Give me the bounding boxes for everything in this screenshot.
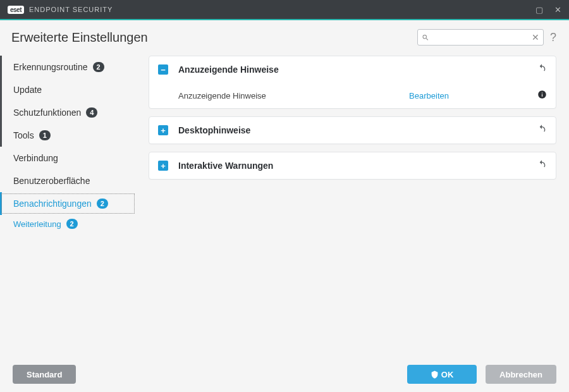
page-title: Erweiterte Einstellungen <box>11 30 148 45</box>
titlebar: eset ENDPOINT SECURITY ▢ ✕ <box>0 0 569 19</box>
maximize-icon[interactable]: ▢ <box>535 5 543 15</box>
close-icon[interactable]: ✕ <box>554 5 561 15</box>
logo-text: ENDPOINT SECURITY <box>29 6 113 13</box>
panel-row-display-hints: Anzuzeigende Hinweise Bearbeiten <box>149 83 556 108</box>
sidebar-item-notifications[interactable]: Benachrichtigungen 2 <box>0 192 136 215</box>
sidebar-item-label: Weiterleitung <box>13 219 61 229</box>
panel-display-hints: − Anzuzeigende Hinweise Anzuzeigende Hin… <box>149 56 556 109</box>
cancel-button[interactable]: Abbrechen <box>486 365 556 384</box>
sidebar-badge: 4 <box>86 107 97 118</box>
sidebar-subitem-forwarding[interactable]: Weiterleitung 2 <box>0 215 136 233</box>
sidebar-item-label: Tools <box>13 130 34 140</box>
sidebar-badge: 1 <box>39 130 51 140</box>
panel-desktop-hints: + Desktophinweise <box>149 116 556 144</box>
search-icon <box>422 34 429 42</box>
logo-badge: eset <box>8 6 24 14</box>
expand-icon[interactable]: + <box>158 161 168 171</box>
panel-header-display-hints[interactable]: − Anzuzeigende Hinweise <box>149 56 556 83</box>
sidebar-item-label: Update <box>13 85 42 95</box>
clear-search-icon[interactable]: ✕ <box>532 32 539 42</box>
content: − Anzuzeigende Hinweise Anzuzeigende Hin… <box>136 53 569 383</box>
panel-title: Interaktive Warnungen <box>178 161 273 171</box>
search-input[interactable] <box>429 33 532 42</box>
panel-interactive-warnings: + Interaktive Warnungen <box>149 152 556 180</box>
sidebar-badge: 2 <box>97 199 108 209</box>
search-box[interactable]: ✕ <box>417 29 544 46</box>
panel-header-interactive-warnings[interactable]: + Interaktive Warnungen <box>149 152 556 179</box>
sidebar: Erkennungsroutine 2 Update Schutzfunktio… <box>0 53 136 383</box>
sidebar-badge: 2 <box>66 219 78 229</box>
reset-icon[interactable] <box>537 124 547 137</box>
sidebar-item-ui[interactable]: Benutzeroberfläche <box>0 169 136 192</box>
reset-icon[interactable] <box>537 159 547 172</box>
sidebar-badge: 2 <box>93 62 104 72</box>
help-button[interactable]: ? <box>550 31 556 44</box>
edit-link[interactable]: Bearbeiten <box>409 91 449 101</box>
row-label: Anzuzeigende Hinweise <box>178 91 409 101</box>
ok-button[interactable]: OK <box>407 365 477 384</box>
sidebar-item-update[interactable]: Update <box>0 78 136 101</box>
panel-title: Desktophinweise <box>178 125 250 135</box>
sidebar-item-tools[interactable]: Tools 1 <box>0 124 136 147</box>
sidebar-item-label: Benachrichtigungen <box>13 199 92 209</box>
main: Erkennungsroutine 2 Update Schutzfunktio… <box>0 53 569 383</box>
sidebar-item-connection[interactable]: Verbindung <box>0 147 136 169</box>
sidebar-item-detection[interactable]: Erkennungsroutine 2 <box>0 56 136 78</box>
expand-icon[interactable]: + <box>158 125 168 135</box>
panel-title: Anzuzeigende Hinweise <box>178 64 279 75</box>
shield-icon <box>431 371 439 379</box>
default-button[interactable]: Standard <box>13 365 76 384</box>
sidebar-item-label: Verbindung <box>13 153 58 163</box>
sidebar-item-label: Benutzeroberfläche <box>13 176 90 186</box>
footer: Standard OK Abbrechen <box>0 357 569 392</box>
sidebar-item-label: Schutzfunktionen <box>13 107 81 118</box>
app-logo: eset ENDPOINT SECURITY <box>8 6 113 14</box>
sidebar-item-protection[interactable]: Schutzfunktionen 4 <box>0 101 136 124</box>
ok-button-label: OK <box>441 370 454 379</box>
sidebar-item-label: Erkennungsroutine <box>13 62 88 72</box>
search-wrap: ✕ ? <box>417 29 556 46</box>
info-icon[interactable] <box>537 90 547 101</box>
window-controls: ▢ ✕ <box>535 5 561 15</box>
collapse-icon[interactable]: − <box>158 64 168 75</box>
panel-header-desktop-hints[interactable]: + Desktophinweise <box>149 117 556 144</box>
reset-icon[interactable] <box>537 63 547 76</box>
header: Erweiterte Einstellungen ✕ ? <box>0 20 569 53</box>
